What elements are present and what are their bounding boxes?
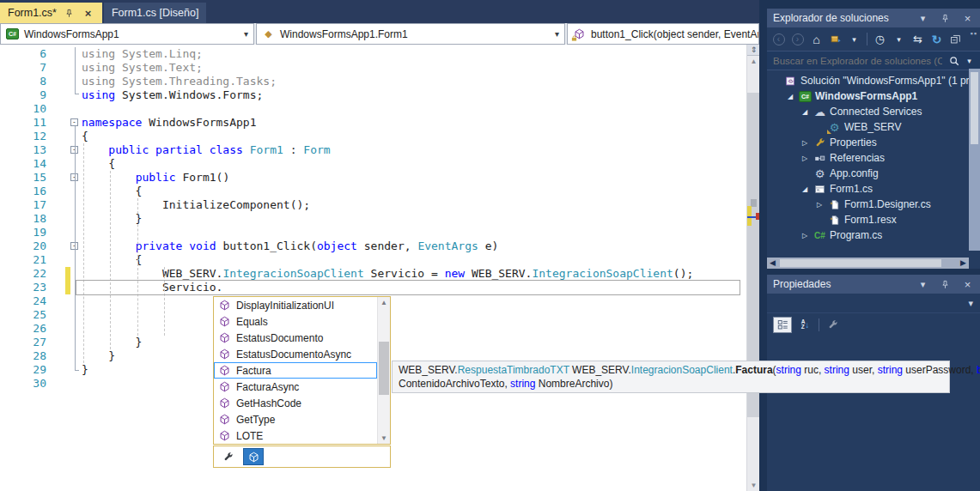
- titlebar-close-button[interactable]: ×: [961, 12, 974, 25]
- pin-icon[interactable]: [63, 7, 76, 20]
- expander-collapsed-icon[interactable]: ▷: [800, 139, 810, 147]
- type-dropdown[interactable]: ◆WindowsFormsApp1.Form1▾: [256, 23, 565, 45]
- toolbar-collapse-all-button[interactable]: [949, 33, 962, 45]
- toolbar-categorized-button[interactable]: [773, 317, 792, 333]
- scroll-right-arrow[interactable]: ▶: [960, 258, 966, 268]
- code-line-8: 8using System.Threading.Tasks;: [0, 75, 746, 88]
- scroll-left-arrow[interactable]: ◀: [770, 258, 776, 268]
- toolbar-alphabetical-button[interactable]: AZ↓: [799, 318, 812, 331]
- line-number: 29: [0, 363, 46, 377]
- scroll-up-arrow[interactable]: ▲: [747, 58, 760, 65]
- code-line-19: 19: [0, 226, 746, 239]
- toolbar-dropdown-small-button[interactable]: ▾: [892, 33, 905, 45]
- change-tracking-bar: [65, 281, 70, 294]
- line-number: 15: [0, 171, 46, 185]
- member-dropdown[interactable]: button1_Click(object sender, EventArgs e…: [567, 23, 759, 45]
- editor-vertical-scrollbar[interactable]: ⇕ ▲ ▼: [746, 45, 759, 491]
- expander-expanded-icon[interactable]: ◢: [800, 185, 810, 193]
- tree-item-web-serv[interactable]: ⚙WEB_SERV: [767, 119, 980, 135]
- intellisense-scrollbar[interactable]: ▲ ▼: [377, 297, 390, 444]
- toolbar-overflow[interactable]: ▪▪: [971, 29, 977, 38]
- toolbar-forward-button[interactable]: ›: [791, 33, 804, 45]
- toolbar-wrench-button[interactable]: [826, 318, 839, 331]
- search-dropdown-small-button[interactable]: ▾: [963, 54, 976, 67]
- dropdown-label: WindowsFormsApp1.Form1: [280, 28, 408, 40]
- intellisense-item-estatusdocumentoasync[interactable]: EstatusDocumentoAsync: [214, 346, 377, 362]
- project-dropdown[interactable]: C#WindowsFormsApp1▾: [0, 23, 254, 45]
- signature-tooltip: WEB_SERV.RespuestaTimbradoTXT WEB_SERV.I…: [392, 361, 950, 393]
- code-token: [82, 239, 136, 252]
- intellisense-filter-bar: [213, 446, 391, 468]
- expander-collapsed-icon[interactable]: ▷: [814, 201, 825, 209]
- dropdown-icon: ▾: [916, 12, 929, 25]
- tree-item-program-cs[interactable]: ▷C#Program.cs: [767, 227, 980, 243]
- tree-item-app-config[interactable]: ⚙App.config: [767, 166, 980, 181]
- code-line-21: 21 {: [0, 253, 746, 267]
- tooltip-token: userPassword,: [903, 364, 977, 376]
- search-input[interactable]: [771, 55, 944, 67]
- solution-explorer-titlebar[interactable]: Explorador de soluciones ▾×: [767, 9, 980, 27]
- code-line-10: 10: [0, 102, 746, 116]
- intellisense-item-gettype[interactable]: GetType: [214, 411, 377, 427]
- code-text: }: [82, 212, 142, 226]
- tree-horizontal-scrollbar[interactable]: ◀ ▶: [767, 258, 969, 269]
- tab-form1-cs-dise-o[interactable]: Form1.cs [Diseño]: [104, 3, 206, 23]
- intellisense-item-equals[interactable]: Equals: [214, 313, 377, 330]
- tree-item-properties[interactable]: ▷Properties: [767, 135, 980, 150]
- code-text: private void button1_Click(object sender…: [82, 239, 498, 253]
- code-token: {: [82, 157, 115, 170]
- document-tab-bar: Form1.cs*×Form1.cs [Diseño]: [0, 0, 759, 23]
- titlebar-pin-button[interactable]: [939, 12, 952, 25]
- splitter-handle-icon[interactable]: ⇕: [747, 45, 760, 56]
- toolbar-pending-changes-button[interactable]: ◷: [873, 33, 886, 45]
- intellisense-item-factura[interactable]: Factura: [214, 362, 377, 379]
- toolbar-sync-button[interactable]: ⇆: [911, 33, 924, 45]
- scroll-down-arrow[interactable]: ▼: [747, 482, 760, 489]
- method-cube-icon: [218, 413, 231, 426]
- titlebar-pin-button[interactable]: [939, 278, 952, 291]
- expander-collapsed-icon[interactable]: ▷: [800, 155, 810, 162]
- titlebar-dropdown-button[interactable]: ▾: [916, 278, 929, 291]
- titlebar-dropdown-button[interactable]: ▾: [916, 12, 929, 25]
- tree-item-soluci-n-windowsformsapp1-1-proy[interactable]: Solución "WindowsFormsApp1" (1 proy: [767, 73, 980, 88]
- close-icon[interactable]: ×: [82, 7, 94, 20]
- tree-item-form1-designer-cs[interactable]: ▷Form1.Designer.cs: [767, 197, 980, 212]
- tree-item-form1-resx[interactable]: Form1.resx: [767, 212, 980, 227]
- tree-item-label: App.config: [830, 167, 879, 179]
- tooltip-token: NombreArchivo): [535, 378, 612, 390]
- toolbar-switch-view-button[interactable]: [829, 33, 842, 45]
- tree-vertical-scrollbar[interactable]: [969, 69, 980, 251]
- intellisense-item-facturaasync[interactable]: FacturaAsync: [214, 379, 377, 395]
- solution-tree: Solución "WindowsFormsApp1" (1 proy◢C#Wi…: [767, 70, 980, 243]
- expander-expanded-icon[interactable]: ◢: [800, 108, 810, 116]
- tree-item-referencias[interactable]: ▷Referencias: [767, 150, 980, 166]
- scrollbar-thumb[interactable]: [379, 342, 389, 395]
- toolbar-dropdown-small-button[interactable]: ▾: [848, 33, 861, 45]
- scrollbar-thumb[interactable]: [971, 72, 978, 144]
- search-magnifier-button[interactable]: [947, 54, 960, 67]
- toolbar-back-button[interactable]: ‹: [772, 33, 785, 45]
- filter-wrench-button[interactable]: [222, 451, 234, 464]
- toolbar-home-button[interactable]: ⌂: [810, 33, 823, 45]
- scroll-up-arrow[interactable]: ▲: [378, 299, 390, 306]
- scroll-down-arrow[interactable]: ▼: [378, 434, 390, 442]
- intellisense-item-gethashcode[interactable]: GetHashCode: [214, 395, 377, 411]
- expander-collapsed-icon[interactable]: ▷: [800, 232, 810, 239]
- intellisense-item-lote[interactable]: LOTE: [214, 427, 377, 444]
- tree-item-connected-services[interactable]: ◢☁Connected Services: [767, 104, 980, 119]
- indent-guide: [137, 198, 138, 336]
- tree-item-form1-cs[interactable]: ◢Form1.cs: [767, 181, 980, 197]
- properties-titlebar[interactable]: Propiedades ▾×: [767, 275, 980, 294]
- expander-expanded-icon[interactable]: ◢: [785, 93, 795, 100]
- tab-form1-cs[interactable]: Form1.cs*×: [0, 3, 102, 23]
- intellisense-item-displayinitializationui[interactable]: DisplayInitializationUI: [214, 297, 377, 313]
- toolbar-refresh-button[interactable]: ↻: [930, 33, 943, 45]
- scrollbar-thumb[interactable]: [780, 259, 941, 267]
- method-cube-icon: [218, 429, 231, 442]
- filter-methods-button[interactable]: [243, 448, 264, 465]
- intellisense-item-estatusdocumento[interactable]: EstatusDocumento: [214, 330, 377, 346]
- fold-collapse-box[interactable]: -: [70, 118, 78, 126]
- properties-object-combobox[interactable]: ▾: [767, 294, 980, 312]
- titlebar-close-button[interactable]: ×: [961, 278, 974, 291]
- tree-item-windowsformsapp1[interactable]: ◢C#WindowsFormsApp1: [767, 88, 980, 104]
